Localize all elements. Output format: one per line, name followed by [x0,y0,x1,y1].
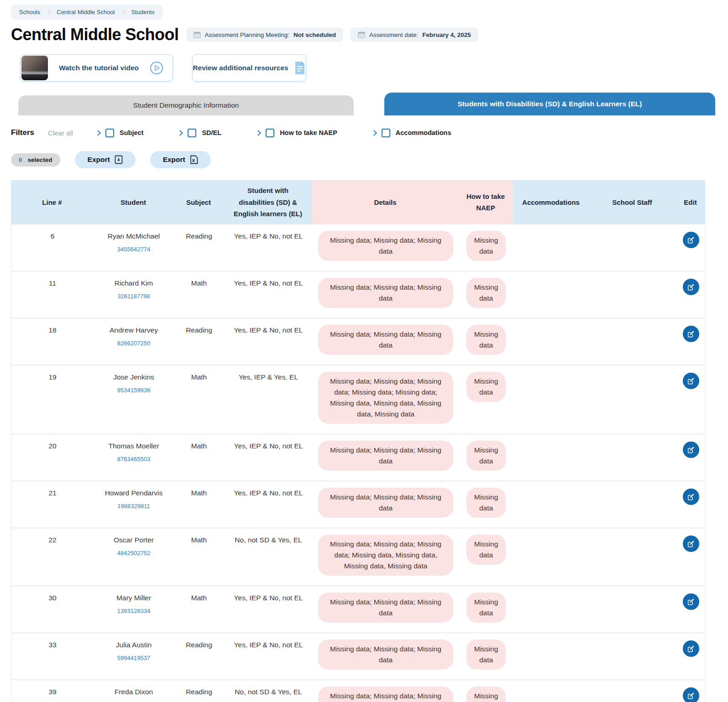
chevron-right-icon[interactable] [178,130,183,136]
breadcrumb-item-school[interactable]: Central Middle School [57,9,115,16]
edit-button[interactable] [683,279,699,295]
how-to-take-naep-filter-checkbox[interactable] [266,129,274,137]
line-number-cell: 18 [11,325,94,336]
subject-filter-checkbox[interactable] [105,129,114,137]
planning-meeting-label: Assessment Planning Meeting: [205,31,289,38]
sd-el-cell: Yes, IEP & No, not EL [224,441,313,452]
breadcrumb-item-students[interactable]: Students [131,9,154,16]
filter-group-accommodations: Accommodations [372,129,451,137]
sdel-filter-checkbox[interactable] [188,129,196,137]
student-id-link[interactable]: 5994419537 [117,654,150,663]
how-to-take-naep-cell: Missing data [459,488,513,518]
edit-button[interactable] [683,442,699,458]
subject-cell: Reading [174,325,224,336]
accommodations-filter-checkbox[interactable] [382,129,390,137]
line-number-cell: 39 [11,686,94,697]
column-header-how-to-take-naep: How to take NAEP [458,180,513,224]
student-id-link[interactable]: 8266207250 [117,339,150,348]
edit-button[interactable] [683,593,699,610]
line-number-cell: 30 [11,593,94,603]
student-name: Andrew Harvey [110,325,158,336]
edit-button[interactable] [683,489,699,505]
student-id-link[interactable]: 3455642774 [117,245,150,254]
subject-cell: Reading [174,231,224,242]
student-id-link[interactable]: 9534159936 [117,386,150,395]
export-excel-button[interactable]: Export [150,151,211,168]
sd-el-cell: Yes, IEP & No, not EL [224,325,313,336]
breadcrumb-item-schools[interactable]: Schools [19,9,40,16]
line-number-cell: 11 [11,278,94,289]
edit-button[interactable] [683,640,699,657]
tab-student-demographic-information[interactable]: Student Demographic Information [18,95,354,115]
chevron-right-icon[interactable] [95,130,101,136]
chevron-right-icon[interactable] [255,130,261,136]
edit-pencil-icon [687,236,695,244]
edit-pencil-icon [687,598,695,606]
edit-button[interactable] [683,232,699,248]
student-name: Thomas Moeller [108,441,159,452]
table-row: 6 Ryan McMichael 3455642774 Reading Yes,… [11,224,705,271]
edit-cell [676,686,706,702]
line-number-cell: 21 [11,488,94,499]
student-id-link[interactable]: 1988329811 [117,502,150,511]
export-pdf-button[interactable]: Export [75,151,136,168]
student-cell: Mary Miller 1393128334 [94,593,174,616]
sdel-filter-label: SD/EL [202,129,221,136]
student-cell: Jose Jenkins 9534159936 [94,372,174,395]
student-name: Oscar Porter [114,535,154,546]
edit-button[interactable] [683,373,699,389]
student-id-link[interactable]: 4842502752 [117,549,150,558]
tab-bar: Student Demographic Information Students… [11,93,717,115]
column-header-line: Line # [11,180,93,224]
details-cell: Missing data; Missing data; Missing data… [313,372,459,424]
sd-el-cell: No, not SD & Yes, EL [224,535,313,546]
details-cell: Missing data; Missing data; Missing data… [313,535,459,576]
sd-el-cell: Yes, IEP & No, not EL [224,488,313,499]
edit-cell [676,278,706,295]
additional-resources-card[interactable]: Review additional resources [192,54,306,82]
details-cell: Missing data; Missing data; Missing data [313,231,459,261]
play-icon [150,61,163,75]
tab-students-with-disabilities-el[interactable]: Students with Disabilities (SD) & Englis… [384,93,715,115]
tab-label: Student Demographic Information [133,101,239,109]
how-to-take-naep-missing-data-pill: Missing data [466,278,506,308]
student-cell: Richard Kim 3261187798 [94,278,174,301]
tab-label: Students with Disabilities (SD) & Englis… [458,100,642,108]
student-id-link[interactable]: 1393128334 [117,607,150,616]
details-missing-data-pill: Missing data; Missing data; Missing data [318,593,453,623]
how-to-take-naep-missing-data-pill: Missing data [466,488,506,518]
student-id-link[interactable]: 8763465503 [117,455,150,464]
table-header: Line # Student Subject Student with disa… [11,180,705,224]
tutorial-video-card[interactable]: Watch the tutorial video [20,54,173,82]
selected-label: selected [28,156,52,163]
student-cell: Freda Dixon 7043116308 [94,686,174,702]
edit-button[interactable] [683,536,699,552]
how-to-take-naep-missing-data-pill: Missing data [466,372,506,402]
actions-row: 0 selected Export Export [11,151,717,168]
how-to-take-naep-cell: Missing data [459,535,513,565]
filter-group-subject: Subject [96,129,143,137]
details-missing-data-pill: Missing data; Missing data; Missing data… [318,372,453,424]
sd-el-cell: Yes, IEP & Yes, EL [224,372,313,383]
chevron-right-icon[interactable] [371,130,377,136]
student-id-link[interactable]: 3261187798 [117,292,150,301]
edit-cell [676,441,706,458]
table-row: 33 Julia Austin 5994419537 Reading Yes, … [11,633,705,680]
subject-cell: Reading [174,686,224,697]
edit-cell [676,640,706,657]
chevron-right-icon [120,10,126,15]
edit-button[interactable] [683,326,699,342]
planning-meeting-value: Not scheduled [293,31,336,38]
student-name: Julia Austin [116,640,152,650]
edit-button[interactable] [683,687,699,702]
student-name: Freda Dixon [115,686,153,697]
edit-cell [676,535,706,552]
how-to-take-naep-missing-data-pill: Missing data [466,325,506,355]
subject-cell: Math [174,535,224,546]
sd-el-cell: Yes, IEP & No, not EL [224,278,313,289]
edit-cell [676,372,706,389]
clear-all-filters-button[interactable]: Clear all [48,129,73,137]
student-cell: Oscar Porter 4842502752 [94,535,174,558]
table-row: 30 Mary Miller 1393128334 Math Yes, IEP … [11,586,705,633]
student-cell: Ryan McMichael 3455642774 [94,231,174,254]
